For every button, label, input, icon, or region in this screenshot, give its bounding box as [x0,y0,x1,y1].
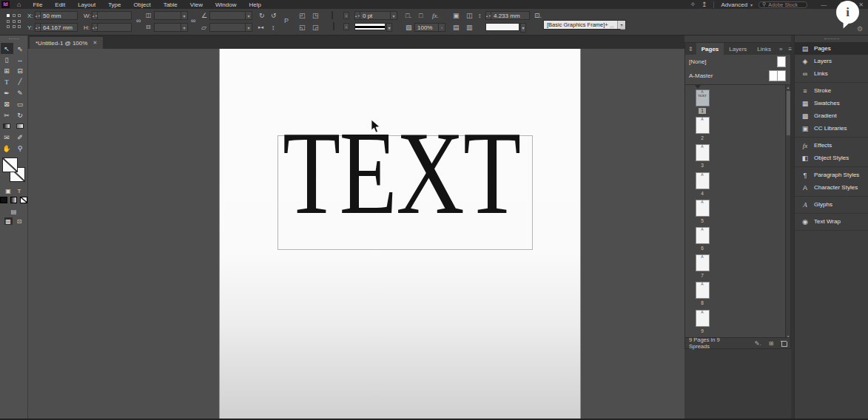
master-a-thumbnail-right[interactable] [777,70,786,81]
page-row[interactable]: A7 [691,254,713,279]
page-thumbnail-8[interactable]: A [696,282,710,299]
chevron-down-icon[interactable]: ▾ [245,12,252,19]
dock-item-object-styles[interactable]: ◧Object Styles [795,152,868,164]
effects-icon[interactable]: fx. [432,12,439,19]
opacity-field[interactable]: 100% › [414,23,445,32]
y-position-field[interactable]: ▲▼ 64.167 mm [35,23,78,32]
chevron-down-icon[interactable]: ▾ [181,24,187,31]
stock-search-input[interactable]: ⚲ Adobe Stock [758,1,807,8]
reference-point-proxy[interactable] [7,14,22,30]
link-style-icon[interactable]: ∞ [610,24,614,31]
document-tab[interactable]: *Untitled-1 @ 100% ✕ [30,37,103,49]
menu-table[interactable]: Table [159,1,182,9]
screen-mode-normal-button[interactable]: ▩ [4,217,13,225]
tab-links[interactable]: Links [752,43,776,55]
x-position-field[interactable]: ▲▼ 50 mm [35,11,78,20]
scale-y-field[interactable]: ▾ [154,23,188,32]
fit-proportional-icon[interactable]: ◲ [312,24,319,31]
menu-object[interactable]: Object [129,1,155,9]
page-thumbnail-9[interactable]: A [696,310,710,327]
stepper-icon[interactable]: ▲▼ [355,12,360,19]
page-row[interactable]: A3 [691,144,713,169]
flip-horizontal-icon[interactable]: ▸◂ [258,24,263,31]
zoom-tool[interactable]: ⚲ [14,143,27,154]
eyedropper-tool[interactable]: ✐ [14,132,27,143]
window-close-button[interactable]: ✕ [858,1,864,8]
page-row[interactable]: ATEXT1 [691,89,713,114]
gear-icon[interactable]: ⚙ [857,25,863,33]
menu-edit[interactable]: Edit [50,1,70,9]
dock-item-glyphs[interactable]: AGlyphs [795,198,868,211]
frame-options-icon[interactable]: ⊡. [534,12,542,19]
stepper-icon[interactable]: ▲▼ [92,12,98,19]
content-placer-tool[interactable]: ⊟ [14,65,27,76]
menu-help[interactable]: Help [244,1,265,9]
frame-tool[interactable]: ⊠ [1,98,13,109]
free-transform-tool[interactable]: ↻ [14,109,27,121]
dock-item-stroke[interactable]: ≡Stroke [795,84,868,97]
tab-layers[interactable]: Layers [724,43,752,55]
view-options-icon[interactable]: ▤ [10,208,18,215]
dock-item-pages[interactable]: ▤Pages [795,42,868,55]
dock-item-paragraph-styles[interactable]: ¶Paragraph Styles [795,169,868,181]
transparency-icon[interactable]: ▨ [406,24,412,31]
window-minimize-button[interactable]: — [821,1,827,8]
page-row[interactable]: A5 [691,200,713,224]
screen-mode-preview-button[interactable]: ⊡ [16,217,24,225]
page-thumbnail-2[interactable]: A [696,117,710,134]
gradient-swatch-tool[interactable] [1,121,13,132]
wrap-shape-icon[interactable]: ▤ [453,24,460,31]
fill-swatch-dropdown[interactable]: ▾ [485,23,526,33]
center-content-icon[interactable]: ◱ [299,24,306,31]
page-thumbnail-7[interactable]: A [696,254,710,271]
page-thumbnail-4[interactable]: A [696,172,710,189]
menu-view[interactable]: View [186,1,207,9]
master-none-row[interactable]: [None] [685,55,790,69]
stroke-weight-field[interactable]: ▲▼ 0 pt ▾ [354,11,397,20]
selection-tool[interactable]: ↖ [1,43,13,54]
menu-file[interactable]: File [28,1,47,9]
scale-x-field[interactable]: ▾ [154,11,188,20]
menu-window[interactable]: Window [211,1,240,9]
constrain-proportions-icon[interactable]: ∞ [136,17,141,24]
dock-item-links[interactable]: ∞Links [795,67,868,80]
rotate-ccw-icon[interactable]: ↺ [271,12,277,19]
apply-none-button[interactable] [20,197,27,203]
fill-stroke-proxy[interactable] [1,157,27,185]
document-canvas[interactable]: TEXT [28,49,684,420]
fit-frame-icon[interactable]: ◰ [299,12,306,19]
stroke-color-swatch[interactable] [332,11,333,19]
width-field[interactable]: ▲▼ [92,11,132,20]
video-info-overlay[interactable]: i [836,1,859,24]
tab-pages[interactable]: Pages [696,43,724,55]
dock-item-gradient[interactable]: ▩Gradient [795,109,868,122]
fill-swatch[interactable] [2,158,18,172]
fill-color-swatch[interactable] [333,22,334,30]
tips-icon[interactable]: ✧ [690,1,696,8]
dock-item-text-wrap[interactable]: ◉Text Wrap [795,215,868,228]
wrap-offset-field[interactable]: ▲▼ 4.233 mm [485,11,530,20]
direct-selection-tool[interactable]: ⇖ [14,43,27,54]
fit-content-icon[interactable]: ◳ [312,12,319,19]
apply-color-button[interactable] [0,197,7,203]
delete-page-icon[interactable] [781,340,787,346]
corner-size-icon[interactable]: □ [419,12,423,19]
publish-icon[interactable]: ↥ [702,1,707,8]
page-row[interactable]: A2 [691,117,713,141]
formatting-container-icon[interactable]: ▣ [4,187,13,194]
collapse-icons-icon[interactable]: » [776,46,785,52]
close-icon[interactable]: ✕ [92,40,97,46]
chevron-down-icon[interactable]: ▾ [181,12,187,19]
page-row[interactable]: A4 [691,172,713,197]
formatting-text-icon[interactable]: T [16,187,24,194]
dock-item-swatches[interactable]: ▦Swatches [795,97,868,109]
rotate-cw-icon[interactable]: ↻ [259,12,265,19]
scroll-up-icon[interactable]: ▴ [786,85,790,89]
line-tool[interactable]: ╱ [14,76,27,87]
workspace-switcher[interactable]: Advanced ▾ [713,1,753,8]
dock-item-character-styles[interactable]: ACharacter Styles [795,181,868,194]
page-row[interactable]: A8 [691,282,713,306]
collapse-panel-icon[interactable]: ⇕ [685,46,696,52]
stroke-color-menu-button[interactable]: › [343,12,349,19]
hand-tool[interactable]: ✋ [1,143,13,154]
